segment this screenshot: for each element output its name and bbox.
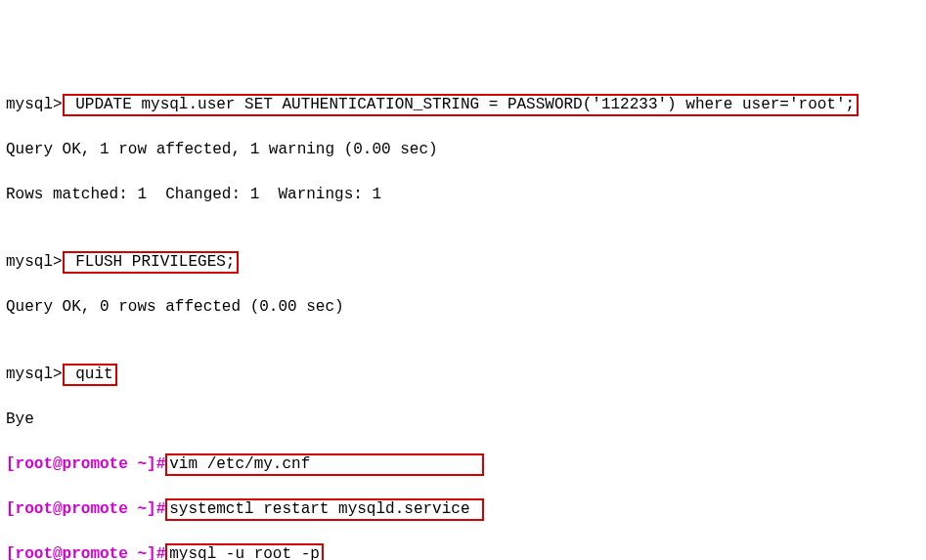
shell-prompt: [root@promote ~]# bbox=[6, 455, 165, 473]
terminal-line: [root@promote ~]#systemctl restart mysql… bbox=[6, 498, 920, 521]
mysql-prompt: mysql> bbox=[6, 253, 63, 271]
shell-prompt: [root@promote ~]# bbox=[6, 545, 165, 560]
terminal-line: mysql> FLUSH PRIVILEGES; bbox=[6, 251, 920, 274]
cmd-update-user: UPDATE mysql.user SET AUTHENTICATION_STR… bbox=[63, 94, 860, 116]
output-line: Bye bbox=[6, 409, 920, 431]
mysql-prompt: mysql> bbox=[6, 366, 63, 383]
mysql-prompt: mysql> bbox=[6, 96, 63, 113]
terminal-line: [root@promote ~]#vim /etc/my.cnf bbox=[6, 453, 920, 476]
cmd-mysql-login: mysql -u root -p bbox=[165, 543, 324, 560]
output-line: Query OK, 1 row affected, 1 warning (0.0… bbox=[6, 139, 920, 161]
cmd-vim-mycnf: vim /etc/my.cnf bbox=[165, 453, 484, 476]
cmd-flush-privileges: FLUSH PRIVILEGES; bbox=[63, 251, 240, 274]
cmd-systemctl-restart: systemctl restart mysqld.service bbox=[165, 498, 484, 521]
terminal-line: [root@promote ~]#mysql -u root -p bbox=[6, 543, 920, 560]
cmd-quit: quit bbox=[63, 364, 117, 386]
output-line: Rows matched: 1 Changed: 1 Warnings: 1 bbox=[6, 184, 920, 206]
shell-prompt: [root@promote ~]# bbox=[6, 500, 165, 518]
terminal-line: mysql> UPDATE mysql.user SET AUTHENTICAT… bbox=[6, 94, 920, 116]
terminal-line: mysql> quit bbox=[6, 364, 920, 386]
output-line: Query OK, 0 rows affected (0.00 sec) bbox=[6, 296, 920, 319]
